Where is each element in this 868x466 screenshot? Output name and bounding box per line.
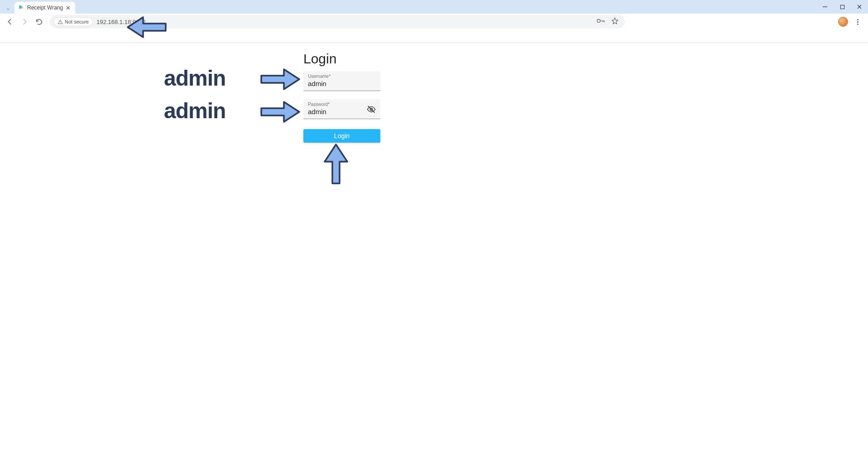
toggle-password-visibility-icon[interactable] bbox=[367, 105, 376, 115]
annotation-arrow-url bbox=[125, 14, 167, 43]
toolbar-right bbox=[838, 17, 864, 27]
annotation-arrow-password bbox=[260, 98, 302, 127]
username-field[interactable]: Username* bbox=[303, 71, 380, 91]
window-close-button[interactable] bbox=[851, 0, 868, 14]
close-tab-icon[interactable]: ✕ bbox=[66, 5, 71, 11]
profile-avatar[interactable] bbox=[838, 17, 848, 27]
annotation-arrow-login-button bbox=[320, 142, 352, 187]
password-key-icon[interactable] bbox=[597, 18, 605, 26]
tab-title: Receipt Wrang bbox=[27, 5, 63, 11]
window-maximize-button[interactable] bbox=[834, 0, 851, 14]
browser-tab[interactable]: Receipt Wrang ✕ bbox=[14, 2, 75, 14]
security-chip-label: Not secure bbox=[65, 19, 89, 24]
arrow-left-icon bbox=[6, 18, 14, 26]
password-label: Password* bbox=[308, 102, 376, 107]
window-minimize-button[interactable] bbox=[816, 0, 834, 14]
tab-favicon-icon bbox=[18, 5, 24, 11]
address-bar-actions bbox=[597, 17, 619, 26]
browser-titlebar: Receipt Wrang ✕ bbox=[0, 0, 868, 14]
password-field[interactable]: Password* bbox=[303, 99, 380, 119]
arrow-right-icon bbox=[20, 18, 29, 26]
svg-rect-0 bbox=[840, 5, 844, 9]
tab-strip: Receipt Wrang ✕ bbox=[0, 0, 75, 14]
annotation-label-username: admin bbox=[164, 66, 225, 91]
bookmark-star-icon[interactable] bbox=[611, 17, 619, 26]
annotation-label-password: admin bbox=[164, 98, 225, 123]
page-content: Login Username* Password* Login admin ad… bbox=[0, 43, 868, 466]
login-title: Login bbox=[303, 51, 380, 67]
svg-point-1 bbox=[60, 23, 61, 23]
login-button[interactable]: Login bbox=[303, 129, 380, 143]
browser-menu-button[interactable] bbox=[854, 19, 861, 25]
warning-triangle-icon bbox=[58, 19, 63, 24]
annotation-arrow-username bbox=[260, 66, 302, 95]
username-input[interactable] bbox=[308, 79, 376, 87]
reload-button[interactable] bbox=[33, 15, 45, 28]
forward-button[interactable] bbox=[18, 15, 31, 28]
login-form: Login Username* Password* Login bbox=[303, 51, 380, 143]
chevron-down-icon bbox=[5, 6, 11, 12]
reload-icon bbox=[35, 18, 43, 26]
username-label: Username* bbox=[308, 74, 376, 79]
security-chip[interactable]: Not secure bbox=[53, 17, 93, 26]
svg-point-2 bbox=[597, 19, 600, 23]
tab-search-dropdown[interactable] bbox=[4, 5, 13, 14]
password-input[interactable] bbox=[308, 107, 376, 115]
back-button[interactable] bbox=[4, 15, 16, 28]
window-controls bbox=[816, 0, 868, 14]
